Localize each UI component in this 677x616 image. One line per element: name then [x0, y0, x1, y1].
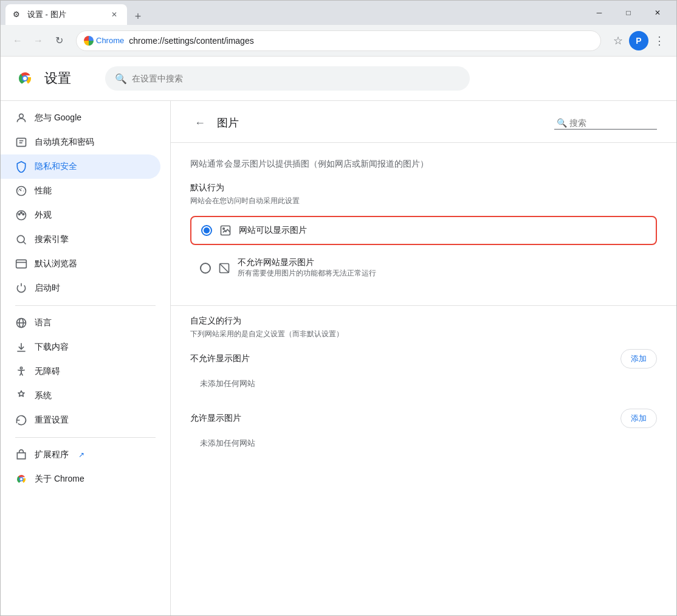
minimize-button[interactable]: ─ — [585, 3, 613, 22]
sidebar-item-system[interactable]: 系统 — [1, 384, 160, 408]
sidebar-divider-2 — [15, 437, 156, 438]
custom-behavior-section: 自定义的行为 下列网站采用的是自定义设置（而非默认设置） 不允许显示图片 添加 … — [171, 305, 676, 478]
sidebar-item-search[interactable]: 搜索引擎 — [1, 227, 160, 252]
title-bar: ⚙ 设置 - 图片 ✕ + ─ □ ✕ — [1, 1, 676, 25]
sidebar-label-performance: 性能 — [35, 185, 52, 196]
sidebar-item-language[interactable]: 语言 — [1, 311, 160, 335]
chrome-menu-button[interactable]: ⋮ — [650, 31, 669, 50]
reload-button[interactable]: ↻ — [49, 31, 69, 50]
forward-button[interactable]: → — [29, 31, 48, 50]
shield-icon — [15, 161, 27, 173]
block-list-header: 不允许显示图片 添加 — [190, 349, 657, 369]
main-content: 设置 🔍 您与 Google 自动填充和 — [1, 57, 676, 615]
globe-icon — [15, 317, 27, 329]
custom-behavior-title: 自定义的行为 — [190, 316, 657, 327]
chrome-indicator: Chrome — [84, 36, 124, 46]
page-search-icon: 🔍 — [557, 118, 567, 128]
settings-body: 您与 Google 自动填充和密码 隐私和安全 — [1, 101, 676, 615]
allow-images-label: 网站可以显示图片 — [239, 225, 307, 236]
sidebar-item-reset[interactable]: 重置设置 — [1, 408, 160, 432]
allow-radio-button[interactable] — [201, 225, 212, 236]
sidebar-label-startup: 启动时 — [35, 283, 60, 294]
sidebar-label-downloads: 下载内容 — [35, 342, 69, 353]
person-icon — [15, 112, 27, 124]
tab-close-button[interactable]: ✕ — [109, 9, 120, 20]
sidebar-item-startup[interactable]: 启动时 — [1, 276, 160, 300]
maximize-button[interactable]: □ — [614, 3, 642, 22]
content-area: ← 图片 🔍 网站通常会显示图片以提供插图（例如网店或新闻报道的图片） 默认行为… — [171, 101, 676, 615]
profile-button[interactable]: P — [629, 31, 648, 50]
block-list-section: 不允许显示图片 添加 未添加任何网站 — [190, 349, 657, 394]
sidebar-label-search: 搜索引擎 — [35, 234, 69, 245]
allow-images-option[interactable]: 网站可以显示图片 — [190, 216, 657, 245]
sidebar-item-google[interactable]: 您与 Google — [1, 106, 160, 130]
bookmark-button[interactable]: ☆ — [608, 31, 628, 50]
download-icon — [15, 341, 27, 353]
settings-search-bar[interactable]: 🔍 — [105, 66, 470, 91]
sidebar-label-reset: 重置设置 — [35, 415, 69, 426]
svg-point-11 — [22, 213, 24, 215]
system-icon — [15, 390, 27, 402]
chrome-about-icon — [15, 473, 27, 485]
blocked-image-icon — [218, 262, 230, 274]
svg-rect-14 — [16, 260, 27, 268]
default-behavior-hint: 网站会在您访问时自动采用此设置 — [190, 196, 657, 206]
svg-line-13 — [24, 242, 26, 244]
sidebar-label-about: 关于 Chrome — [35, 474, 84, 485]
sidebar-label-appearance: 外观 — [35, 210, 52, 221]
block-images-option[interactable]: 不允许网站显示图片 所有需要使用图片的功能都将无法正常运行 — [190, 250, 657, 286]
power-icon — [15, 282, 27, 294]
search-icon: 🔍 — [115, 73, 127, 85]
new-tab-button[interactable]: + — [129, 8, 146, 25]
sidebar-label-system: 系统 — [35, 390, 52, 401]
close-button[interactable]: ✕ — [644, 3, 672, 22]
allow-list-empty: 未添加任何网站 — [190, 433, 657, 454]
svg-point-12 — [17, 235, 24, 243]
sidebar-item-performance[interactable]: 性能 — [1, 179, 160, 203]
external-link-icon: ↗ — [78, 451, 84, 459]
svg-point-19 — [20, 367, 22, 369]
block-images-sublabel: 所有需要使用图片的功能都将无法正常运行 — [238, 268, 376, 279]
sidebar-item-extensions[interactable]: 扩展程序 ↗ — [1, 443, 160, 467]
page-search-input[interactable] — [569, 118, 655, 128]
sidebar-item-appearance[interactable]: 外观 — [1, 203, 160, 227]
custom-behavior-hint: 下列网站采用的是自定义设置（而非默认设置） — [190, 329, 657, 339]
address-bar[interactable]: Chrome chrome://settings/content/images — [76, 30, 601, 51]
sidebar-label-google: 您与 Google — [35, 112, 81, 123]
sidebar-label-extensions: 扩展程序 — [35, 449, 69, 460]
block-list-add-button[interactable]: 添加 — [620, 349, 657, 369]
tab-settings-icon: ⚙ — [13, 10, 22, 19]
images-page-header: ← 图片 🔍 — [171, 101, 676, 143]
gauge-icon — [15, 185, 27, 197]
sidebar-item-privacy[interactable]: 隐私和安全 — [1, 154, 160, 179]
browser-icon — [15, 258, 27, 270]
history-icon — [15, 414, 27, 426]
images-page-title: 图片 — [217, 116, 547, 130]
svg-point-22 — [20, 478, 22, 480]
allow-list-title: 允许显示图片 — [190, 413, 241, 424]
allow-list-add-button[interactable]: 添加 — [620, 409, 657, 428]
sidebar-item-default-browser[interactable]: 默认浏览器 — [1, 252, 160, 276]
sidebar-label-privacy: 隐私和安全 — [35, 161, 77, 172]
sidebar-item-autofill[interactable]: 自动填充和密码 — [1, 130, 160, 154]
sidebar-item-downloads[interactable]: 下载内容 — [1, 335, 160, 359]
google-chrome-logo — [15, 69, 35, 88]
active-tab[interactable]: ⚙ 设置 - 图片 ✕ — [5, 4, 127, 25]
sidebar-item-accessibility[interactable]: 无障碍 — [1, 359, 160, 384]
sidebar-item-about[interactable]: 关于 Chrome — [1, 467, 160, 491]
images-description-section: 网站通常会显示图片以提供插图（例如网店或新闻报道的图片） 默认行为 网站会在您访… — [171, 143, 676, 305]
page-search-bar[interactable]: 🔍 — [554, 117, 657, 130]
svg-line-26 — [220, 263, 229, 272]
allow-list-header: 允许显示图片 添加 — [190, 409, 657, 428]
sidebar-label-autofill: 自动填充和密码 — [35, 137, 94, 148]
address-text: chrome://settings/content/images — [129, 36, 593, 46]
back-button[interactable]: ← — [8, 31, 27, 50]
block-images-label: 不允许网站显示图片 — [238, 257, 376, 268]
chrome-label: Chrome — [96, 36, 124, 45]
images-back-button[interactable]: ← — [190, 113, 210, 133]
settings-search-input[interactable] — [132, 74, 460, 83]
sidebar: 您与 Google 自动填充和密码 隐私和安全 — [1, 101, 171, 615]
settings-page-title: 设置 — [44, 69, 71, 88]
block-list-empty: 未添加任何网站 — [190, 373, 657, 394]
block-radio-button[interactable] — [200, 263, 211, 274]
